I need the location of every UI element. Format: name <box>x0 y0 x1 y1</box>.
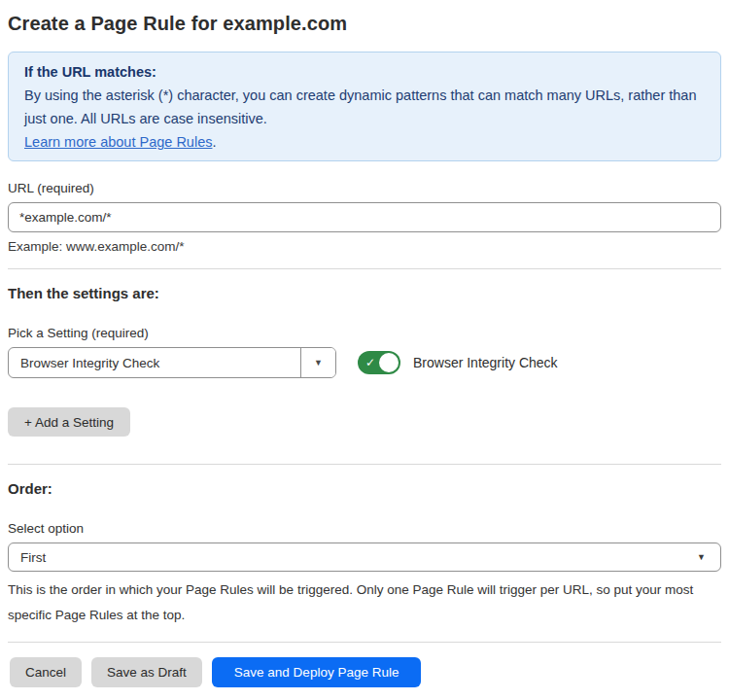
save-deploy-button[interactable]: Save and Deploy Page Rule <box>212 657 422 687</box>
order-help-text: This is the order in which your Page Rul… <box>8 578 717 628</box>
toggle-knob <box>379 353 399 372</box>
url-match-info-box: If the URL matches: By using the asteris… <box>8 52 721 161</box>
footer-actions: Cancel Save as Draft Save and Deploy Pag… <box>10 657 721 687</box>
settings-heading: Then the settings are: <box>8 284 721 302</box>
check-icon: ✓ <box>365 357 375 368</box>
browser-integrity-toggle[interactable]: ✓ <box>358 351 400 374</box>
divider <box>8 642 721 643</box>
link-suffix: . <box>212 134 216 150</box>
chevron-down-icon: ▼ <box>314 359 323 368</box>
url-input[interactable] <box>8 202 721 232</box>
create-page-rule-panel: Create a Page Rule for example.com If th… <box>0 0 729 687</box>
setting-select-value: Browser Integrity Check <box>9 356 159 370</box>
setting-select[interactable]: Browser Integrity Check ▼ <box>8 347 336 378</box>
page-title: Create a Page Rule for example.com <box>8 13 721 35</box>
order-select[interactable]: First ▼ <box>8 542 721 572</box>
divider <box>8 268 721 269</box>
add-setting-button[interactable]: + Add a Setting <box>8 407 130 437</box>
url-label: URL (required) <box>8 180 721 196</box>
toggle-label: Browser Integrity Check <box>413 355 558 370</box>
setting-row: Browser Integrity Check ▼ ✓ Browser Inte… <box>8 347 721 378</box>
pick-setting-label: Pick a Setting (required) <box>8 325 721 341</box>
order-heading: Order: <box>8 479 721 498</box>
select-option-label: Select option <box>8 520 721 537</box>
info-box-heading: If the URL matches: <box>24 60 705 84</box>
divider <box>8 464 721 465</box>
cancel-button[interactable]: Cancel <box>10 657 82 687</box>
save-draft-button[interactable]: Save as Draft <box>91 657 202 687</box>
chevron-down-icon: ▼ <box>697 553 720 562</box>
url-example-hint: Example: www.example.com/* <box>8 238 721 255</box>
order-select-value: First <box>9 550 46 565</box>
learn-more-link[interactable]: Learn more about Page Rules <box>24 134 212 150</box>
setting-select-arrow-button[interactable]: ▼ <box>300 348 335 377</box>
info-box-link-line: Learn more about Page Rules. <box>24 130 705 154</box>
info-box-body: By using the asterisk (*) character, you… <box>24 84 705 130</box>
